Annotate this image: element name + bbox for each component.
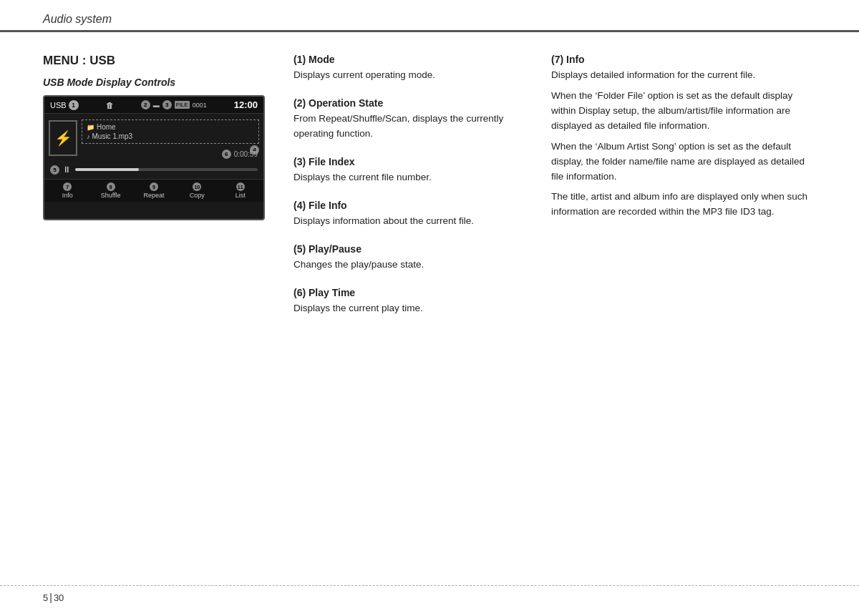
section-mode: (1) Mode Displays current operating mode… [293, 54, 530, 83]
circle-7: 7 [63, 182, 72, 191]
circle-3: 3 [162, 100, 172, 109]
section-play-pause-text: Changes the play/pause state. [293, 258, 530, 273]
page-footer: 5 | 30 [0, 585, 859, 603]
section-info: (7) Info Displays detailed information f… [551, 54, 816, 220]
section-file-info: (4) File Info Displays information about… [293, 200, 530, 229]
section-file-info-text: Displays information about the current f… [293, 214, 530, 229]
section-info-heading: (7) Info [551, 54, 816, 65]
section-info-additional-1: When the ‘Folder File’ option is set as … [551, 89, 816, 134]
usb-text: USB [50, 101, 67, 109]
file-name-text: Music 1.mp3 [92, 132, 133, 140]
bottom-btn-repeat[interactable]: 9 Repeat [140, 182, 168, 199]
file-info-box: 📁 Home ♪ Music 1.mp3 [82, 119, 259, 144]
file-num: 0001 [193, 102, 207, 109]
section-play-time-text: Displays the current play time. [293, 301, 530, 316]
btn-repeat-label: Repeat [143, 192, 164, 199]
spacer [50, 150, 57, 159]
usb-stick-icon: ⚡ [54, 129, 72, 147]
usb-screen-topbar: USB 1 🗑 2 ▬ 3 FILE 0001 12:00 [44, 97, 263, 114]
usb-file-info: 📁 Home ♪ Music 1.mp3 4 [82, 117, 259, 168]
section-operation-state: (2) Operation State From Repeat/Shuffle/… [293, 97, 530, 142]
mid-column: (1) Mode Displays current operating mode… [286, 54, 544, 330]
battery-icon: ▬ [153, 102, 160, 109]
circle-6: 6 [222, 150, 231, 159]
circle-11: 11 [236, 182, 245, 191]
bottom-btn-shuffle[interactable]: 8 Shuffle [97, 182, 125, 199]
section-operation-state-text: From Repeat/Shuffle/Scan, displays the c… [293, 112, 530, 142]
btn-info-label: Info [62, 192, 73, 199]
page-number-left: 5 [43, 592, 48, 603]
circle-2: 2 [141, 100, 150, 109]
usb-file-row: 2 ▬ 3 FILE 0001 [141, 100, 207, 109]
section-play-time-heading: (6) Play Time [293, 287, 530, 298]
section-mode-heading: (1) Mode [293, 54, 530, 65]
usb-number-badge: 1 [69, 100, 79, 110]
folder-name: Home [97, 123, 116, 131]
time-text: 0:00:59 [234, 150, 258, 158]
page-separator: | [49, 592, 52, 603]
play-pause-group: 5 ⏸ [50, 165, 71, 175]
btn-shuffle-label: Shuffle [101, 192, 121, 199]
section-file-index: (3) File Index Displays the current file… [293, 156, 530, 185]
pause-icon: ⏸ [62, 165, 71, 175]
usb-mode-title: USB Mode Display Controls [43, 77, 272, 88]
left-column: MENU : USB USB Mode Display Controls USB… [43, 54, 286, 330]
circle-8: 8 [107, 182, 115, 191]
section-file-info-heading: (4) File Info [293, 200, 530, 211]
circle-9: 9 [150, 182, 158, 191]
progress-bar-background [75, 168, 258, 171]
page-header: Audio system [0, 0, 859, 32]
file-badge: FILE [175, 101, 190, 109]
usb-screen-mid: ⚡ 📁 Home ♪ Music 1.mp3 [44, 114, 263, 171]
file-name-row: ♪ Music 1.mp3 [87, 132, 254, 140]
time-and-circle: 6 0:00:59 [222, 150, 258, 159]
progress-bar-fill [75, 168, 139, 171]
main-content: MENU : USB USB Mode Display Controls USB… [0, 32, 859, 330]
section-operation-state-heading: (2) Operation State [293, 97, 530, 109]
page-number-right: 30 [54, 592, 64, 603]
usb-top-icons: 🗑 [106, 101, 114, 109]
section-file-index-heading: (3) File Index [293, 156, 530, 167]
right-column: (7) Info Displays detailed information f… [544, 54, 816, 330]
usb-screen: USB 1 🗑 2 ▬ 3 FILE 0001 12:00 [43, 95, 265, 220]
circle-5: 5 [50, 165, 59, 175]
usb-bottom-row: 7 Info 8 Shuffle 9 Repeat 10 Copy 11 L [44, 179, 263, 202]
folder-icon: 📁 [87, 124, 94, 131]
bottom-btn-info[interactable]: 7 Info [53, 182, 82, 199]
bottom-btn-list[interactable]: 11 List [226, 182, 255, 199]
folder-row: 📁 Home [87, 123, 254, 131]
section-play-time: (6) Play Time Displays the current play … [293, 287, 530, 316]
trash-icon: 🗑 [106, 101, 114, 109]
menu-title: MENU : USB [43, 54, 272, 68]
bottom-btn-copy[interactable]: 10 Copy [183, 182, 211, 199]
music-icon: ♪ [87, 133, 90, 140]
section-info-additional-3: The title, artist and album info are dis… [551, 190, 816, 220]
circle-10: 10 [193, 182, 201, 191]
section-play-pause: (5) Play/Pause Changes the play/pause st… [293, 243, 530, 273]
clock-display: 12:00 [234, 99, 258, 110]
page-title: Audio system [43, 13, 112, 25]
section-info-text: Displays detailed information for the cu… [551, 68, 816, 83]
section-play-pause-heading: (5) Play/Pause [293, 243, 530, 255]
btn-list-label: List [236, 192, 246, 199]
section-file-index-text: Displays the current file number. [293, 170, 530, 185]
btn-copy-label: Copy [190, 192, 205, 199]
usb-label: USB 1 [50, 100, 79, 110]
section-info-additional-2: When the ‘Album Artist Song’ option is s… [551, 140, 816, 185]
section-mode-text: Displays current operating mode. [293, 68, 530, 83]
